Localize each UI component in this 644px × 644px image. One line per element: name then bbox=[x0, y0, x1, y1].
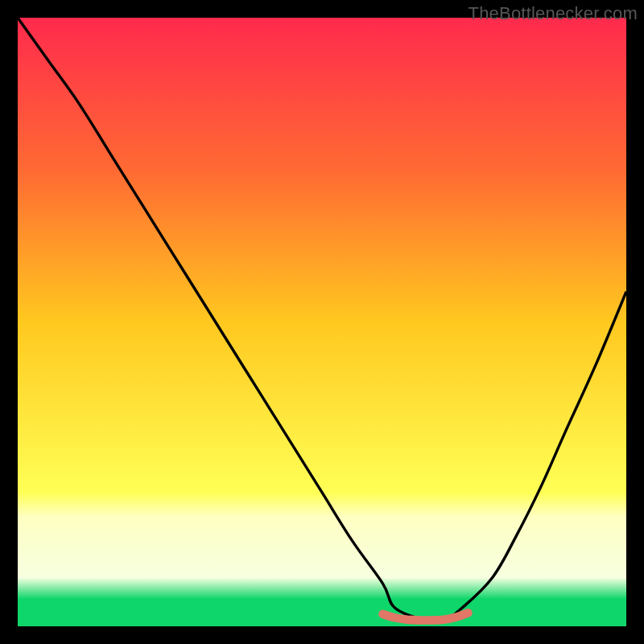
watermark-text: TheBottlenecker.com bbox=[469, 3, 638, 24]
plot-background bbox=[18, 18, 626, 626]
bottleneck-chart bbox=[18, 18, 626, 626]
chart-container bbox=[18, 18, 626, 626]
